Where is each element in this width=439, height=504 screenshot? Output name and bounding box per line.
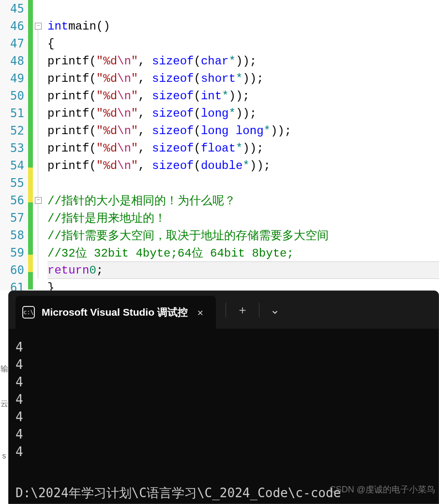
code-line [47,0,439,17]
terminal-window[interactable]: c:\ Microsoft Visual Studio 调试控 ✕ ＋ ⌄ 4 … [8,290,439,504]
code-line: int main() [47,17,439,35]
change-marker-column [28,0,33,290]
terminal-path: D:\2024年学习计划\C语言学习\C_2024_Code\c-code [15,485,341,502]
code-line: printf("%d\n", sizeof(char*)); [47,52,439,70]
line-number: 52 [0,122,28,139]
line-number: 58 [0,227,28,244]
fold-toggle-icon[interactable]: − [35,23,42,30]
code-line: printf("%d\n", sizeof(double*)); [47,157,439,174]
change-marker-unsaved [28,168,33,202]
divider [226,303,226,317]
line-number: 56 [0,192,28,209]
divider [259,303,259,317]
background-editor-fragment: 输云s [0,290,8,504]
code-line: printf("%d\n", sizeof(long long*)); [47,122,439,139]
code-line [47,174,439,192]
line-number: 47 [0,35,28,52]
line-number: 51 [0,105,28,122]
code-line: { [47,35,439,52]
fold-guide [38,30,38,279]
output-line: 4 [15,357,23,372]
line-number: 53 [0,139,28,157]
line-number: 45 [0,0,28,17]
output-line: 4 [15,340,23,354]
line-number: 60 [0,261,28,279]
terminal-output[interactable]: 4 4 4 4 4 4 4 [9,329,439,470]
change-marker-unsaved [28,255,33,272]
line-number: 49 [0,70,28,87]
output-line: 4 [15,427,23,442]
fold-toggle-icon[interactable]: − [35,197,42,204]
code-line: printf("%d\n", sizeof(int*)); [47,87,439,105]
change-marker-saved [28,0,33,168]
code-editor[interactable]: 45 46 47 48 49 50 51 52 53 54 55 56 57 5… [0,0,439,290]
terminal-tab[interactable]: c:\ Microsoft Visual Studio 调试控 ✕ [15,296,216,329]
terminal-icon: c:\ [22,306,35,319]
line-number: 50 [0,87,28,105]
code-line: //指针需要多大空间，取决于地址的存储需要多大空间 [47,227,439,244]
output-line: 4 [15,410,23,424]
terminal-tab-title: Microsoft Visual Studio 调试控 [42,305,188,319]
line-number: 57 [0,209,28,227]
tab-dropdown-button[interactable]: ⌄ [261,299,288,321]
new-tab-button[interactable]: ＋ [228,298,257,321]
change-marker-saved [28,272,33,290]
line-number: 59 [0,244,28,261]
code-line: //指针是用来地址的！ [47,209,439,227]
line-number: 55 [0,174,28,192]
code-content[interactable]: int main() { printf("%d\n", sizeof(char*… [47,0,439,290]
terminal-tabbar: c:\ Microsoft Visual Studio 调试控 ✕ ＋ ⌄ [9,291,439,329]
line-number: 54 [0,157,28,174]
fold-column: − − [33,0,47,290]
change-marker-saved [28,202,33,255]
output-line: 4 [15,375,23,389]
code-line: printf("%d\n", sizeof(long*)); [47,105,439,122]
close-icon[interactable]: ✕ [195,305,206,321]
line-number: 48 [0,52,28,70]
tabbar-actions: ＋ ⌄ [226,291,288,329]
line-number: 46 [0,17,28,35]
code-line-current: return 0; [47,261,439,279]
code-line: printf("%d\n", sizeof(float*)); [47,139,439,157]
code-line: //指针的大小是相同的！为什么呢？ [47,192,439,209]
code-line: //32位 32bit 4byte;64位 64bit 8byte; [47,244,439,261]
code-line: printf("%d\n", sizeof(short*)); [47,70,439,87]
output-line: 4 [15,444,23,459]
output-line: 4 [15,392,23,407]
line-number-gutter: 45 46 47 48 49 50 51 52 53 54 55 56 57 5… [0,0,28,290]
